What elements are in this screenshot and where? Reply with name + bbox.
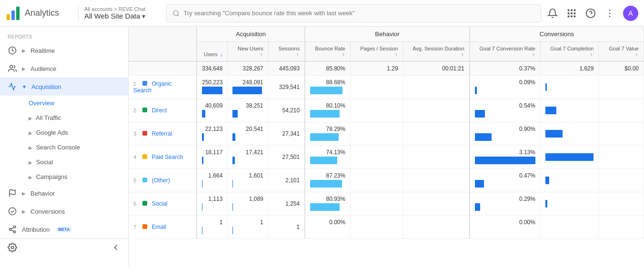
goal7-rate-col-header[interactable]: Goal 7 Conversion Rate ⬆ (470, 42, 541, 62)
pages-session-cell (351, 169, 403, 192)
users-cell: 40,609 (197, 99, 228, 122)
total-goal7-value: $0.00 (599, 61, 644, 76)
goal7-completion-cell (540, 122, 598, 146)
goal7-rate-cell: 0.90% (470, 122, 541, 146)
goal7-rate-bar (475, 226, 535, 235)
svg-line-4 (178, 15, 179, 16)
new-users-cell: 1,601 (228, 169, 268, 192)
search-bar[interactable] (166, 4, 541, 22)
audience-chevron: ▶ (22, 66, 26, 71)
bounce-rate-cell: 74.13% (305, 146, 350, 169)
realtime-icon (8, 46, 17, 55)
avg-session-col-header[interactable]: Avg. Session Duration ⬆ (403, 42, 470, 62)
channel-link[interactable]: Direct (152, 107, 167, 114)
notifications-icon[interactable] (547, 8, 558, 19)
sidebar-item-attribution[interactable]: Attribution BETA (0, 220, 128, 238)
goal7-rate-value: 0.54% (475, 102, 535, 109)
collapse-icon[interactable] (111, 243, 121, 254)
goal7-value-cell (599, 76, 644, 99)
sidebar-item-audience[interactable]: ▶ Audience (0, 59, 128, 78)
data-table: Acquisition Behavior Conversions Users ↓… (129, 27, 644, 239)
goal7-rate-value: 0.09% (475, 79, 535, 86)
channel-link[interactable]: Email (152, 224, 166, 230)
channel-link[interactable]: (Other) (152, 177, 170, 184)
pages-session-col-header[interactable]: Pages / Session ⬆ (351, 42, 403, 62)
sidebar-item-realtime[interactable]: ▶ Realtime (0, 41, 128, 59)
sidebar-item-behavior[interactable]: ▶ Behavior (0, 184, 128, 202)
users-col-header[interactable]: Users ↓ (197, 42, 228, 62)
svg-rect-10 (574, 12, 576, 14)
avg-session-cell (403, 146, 470, 169)
channel-link[interactable]: Social (152, 200, 168, 207)
svg-point-3 (173, 10, 178, 15)
channel-header (129, 27, 197, 61)
bounce-rate-cell: 80.93% (305, 192, 350, 216)
users-value: 1,113 (202, 196, 222, 202)
svg-point-24 (9, 228, 11, 231)
search-icon (172, 10, 180, 17)
more-icon[interactable] (604, 8, 615, 19)
sidebar-item-acquisition[interactable]: ▼ Acquisition (0, 78, 128, 96)
channel-dot (142, 224, 147, 229)
avg-session-cell (403, 216, 470, 239)
settings-icon[interactable] (8, 243, 17, 254)
svg-point-20 (10, 65, 13, 68)
users-cell: 1,664 (197, 169, 228, 192)
users-bar (202, 179, 222, 188)
users-value: 40,609 (202, 102, 222, 109)
new-users-value: 17,421 (232, 149, 263, 156)
avg-session-cell (403, 99, 470, 122)
sidebar-label-behavior: Behavior (30, 190, 55, 197)
pages-bar (355, 176, 398, 185)
apps-icon[interactable] (566, 8, 577, 19)
goal7-value-col-header[interactable]: Goal 7 Value ⬆ (599, 42, 644, 62)
sidebar-item-overview[interactable]: Overview (21, 96, 128, 110)
total-users: 334,648 (197, 61, 228, 76)
new-users-value: 1 (232, 219, 263, 226)
sidebar-item-search-console[interactable]: ▶ Search Console (21, 140, 128, 155)
bounce-rate-col-header[interactable]: Bounce Rate ⬆ (305, 42, 350, 62)
row-num: 5 (133, 178, 141, 183)
channel-dot (142, 154, 147, 159)
svg-rect-1 (11, 10, 15, 20)
goal7-rate-bar (475, 156, 535, 165)
audience-icon (8, 64, 17, 73)
users-value: 250,223 (202, 79, 222, 86)
new-users-value: 1,601 (232, 172, 263, 179)
avg-session-cell (403, 192, 470, 216)
channel-link[interactable]: Paid Search (152, 154, 183, 160)
goal7-completion-cell (540, 192, 598, 216)
sidebar-item-all-traffic[interactable]: ▶ All Traffic (21, 110, 128, 125)
avg-session-cell (403, 76, 470, 99)
avatar[interactable]: A (623, 6, 638, 21)
new-users-cell: 248,091 (228, 76, 268, 99)
sessions-col-header[interactable]: Sessions ⬆ (268, 42, 305, 62)
sidebar-label-realtime: Realtime (30, 47, 55, 54)
search-input[interactable] (184, 10, 535, 17)
sidebar-item-conversions[interactable]: ▶ Conversions (0, 202, 128, 220)
help-icon[interactable] (585, 8, 596, 19)
sidebar-item-social[interactable]: ▶ Social (21, 155, 128, 169)
property-name: All Web Site Data (84, 12, 140, 20)
bounce-rate-value: 0.00% (310, 219, 345, 226)
new-users-cell: 1 (228, 216, 268, 239)
channel-dot (142, 201, 147, 206)
property-dropdown-icon[interactable]: ▾ (142, 12, 145, 20)
users-cell: 250,223 (197, 76, 228, 99)
new-users-value: 20,541 (232, 126, 263, 132)
conversions-section-header: Conversions (470, 27, 644, 42)
goal7-completion-cell (540, 76, 598, 99)
new-users-col-header[interactable]: New Users ⬆ (228, 42, 268, 62)
sidebar-item-google-ads[interactable]: ▶ Google Ads (21, 125, 128, 140)
channel-dot (142, 108, 147, 112)
goal7-comp-bar (545, 222, 594, 232)
channel-link[interactable]: Referral (152, 130, 172, 137)
avg-session-cell (403, 169, 470, 192)
sidebar-item-campaigns[interactable]: ▶ Campaigns (21, 169, 128, 184)
row-num: 4 (133, 154, 141, 160)
property-selector[interactable]: All Web Site Data ▾ (84, 12, 161, 20)
goal7-rate-bar (475, 109, 535, 119)
main-content: Acquisition Behavior Conversions Users ↓… (129, 27, 644, 267)
goal7-completion-col-header[interactable]: Goal 7 Completion ⬆ (540, 42, 598, 62)
goal7-rate-cell: 0.09% (470, 76, 541, 99)
